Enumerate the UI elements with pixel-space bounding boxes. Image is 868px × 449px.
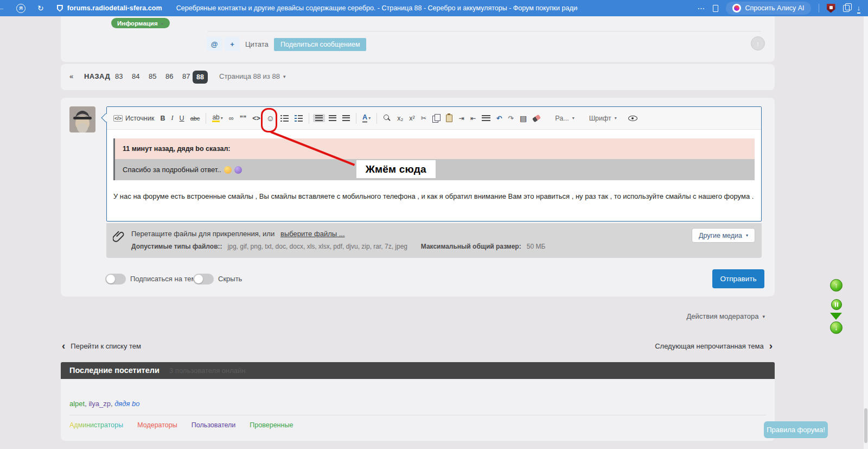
subscript-button[interactable]: x₂: [395, 113, 405, 123]
quote-link[interactable]: Цитата: [245, 40, 269, 48]
visitor-link[interactable]: alpet: [69, 400, 85, 408]
share-post-button[interactable]: Поделиться сообщением: [274, 38, 366, 51]
shield-inner: [58, 6, 62, 11]
browser-menu-icon[interactable]: Я: [16, 4, 25, 13]
text-color-button[interactable]: A ▾: [360, 113, 373, 124]
site-protect-shield-icon[interactable]: [57, 5, 63, 12]
visitor-link[interactable]: дядя bo: [114, 400, 139, 408]
reload-icon[interactable]: ↻: [37, 4, 44, 12]
quote-button[interactable]: ””: [238, 113, 249, 123]
numbered-list-button[interactable]: [292, 114, 305, 123]
page-select-dropdown[interactable]: Страница 88 из 88 ▾: [219, 72, 285, 80]
allowed-types-value: jpg, gif, png, txt, doc, docx, xls, xlsx…: [228, 243, 408, 250]
divider: [69, 415, 766, 415]
visitor-link[interactable]: ilya_zp: [88, 400, 110, 408]
superscript-button[interactable]: x²: [407, 113, 417, 123]
forum-rules-button[interactable]: Правила форума!: [764, 421, 828, 438]
info-dropdown-button[interactable]: Информация ⌄: [111, 18, 170, 28]
rich-text-editor[interactable]: </> Источник B I U abc ab ▾ ∞ ”” <> ☺ Жм…: [106, 106, 762, 222]
visitors-title: Последние посетители: [69, 362, 159, 379]
remove-format-button[interactable]: [531, 115, 542, 122]
scroll-down-widget[interactable]: ↓: [830, 321, 843, 334]
mention-button[interactable]: @: [207, 37, 222, 51]
page-link-85[interactable]: 85: [149, 72, 156, 80]
copy-button[interactable]: [430, 113, 442, 123]
first-page-button[interactable]: «: [69, 72, 73, 80]
legend-moderators[interactable]: Модераторы: [137, 421, 177, 429]
more-options-icon[interactable]: ⋯: [697, 4, 705, 12]
link-button[interactable]: ∞: [227, 113, 236, 123]
font-size-dropdown[interactable]: Ра... ▾: [553, 113, 576, 123]
page-select-label: Страница 88 из 88: [219, 72, 280, 80]
scroll-pause-widget[interactable]: [831, 299, 842, 310]
justify-button[interactable]: [480, 114, 493, 122]
prev-page-button[interactable]: НАЗАД: [84, 72, 110, 80]
online-count: 3 пользователя онлайн: [169, 362, 245, 379]
justify-icon: [482, 115, 490, 121]
go-to-topic-list-link[interactable]: ‹ Перейти к списку тем: [62, 342, 141, 350]
preview-button[interactable]: [381, 113, 393, 123]
legend-verified[interactable]: Проверенные: [250, 421, 293, 429]
collections-icon[interactable]: [843, 5, 850, 12]
submit-reply-button[interactable]: Отправить: [712, 269, 764, 288]
source-button[interactable]: </> Источник: [111, 113, 156, 123]
align-center-button[interactable]: [327, 114, 339, 122]
font-size-label: Ра...: [555, 115, 569, 122]
highlight-button[interactable]: ab ▾: [210, 113, 225, 123]
attachment-dropzone[interactable]: Перетащите файлы для прикрепления, или в…: [106, 223, 762, 258]
align-left-button[interactable]: [313, 114, 325, 122]
indent-button[interactable]: ⇥: [456, 113, 466, 123]
redo-button[interactable]: ↷: [506, 113, 516, 123]
toolbar-divider: [819, 4, 819, 12]
group-legend: Администраторы Модераторы Пользователи П…: [69, 421, 293, 429]
drag-text: Перетащите файлы для прикрепления, или: [131, 230, 275, 238]
paste-button[interactable]: [444, 113, 455, 123]
alice-ai-button[interactable]: Спросить Алису AI: [726, 2, 810, 15]
outdent-button[interactable]: ⇤: [468, 113, 478, 123]
legend-users[interactable]: Пользователи: [192, 421, 236, 429]
preview-eye-icon[interactable]: [628, 116, 637, 121]
address-bar-url[interactable]: forums.radiodetali-sfera.com: [67, 4, 162, 12]
undo-button[interactable]: ↶: [494, 113, 504, 123]
next-unread-topic-link[interactable]: Следующая непрочитанная тема ›: [655, 342, 773, 350]
other-media-button[interactable]: Другие медиа ▾: [692, 228, 755, 243]
underline-button[interactable]: U: [177, 113, 187, 123]
download-icon[interactable]: ↓: [857, 4, 861, 13]
choose-files-link[interactable]: выберите файлы ...: [280, 230, 345, 238]
emoticon-button[interactable]: ☺ Жмём сюда: [264, 112, 277, 124]
hide-toggle[interactable]: [193, 274, 214, 284]
hide-toggle-label: Скрыть: [218, 274, 242, 284]
font-family-dropdown[interactable]: Шрифт ▾: [587, 113, 619, 123]
spacer: [277, 230, 279, 238]
chevron-left-icon: ‹: [62, 342, 65, 350]
scroll-jump-widget[interactable]: [830, 313, 842, 320]
align-right-icon: [342, 115, 350, 121]
scroll-top-button[interactable]: ↑: [751, 36, 765, 50]
page-link-87[interactable]: 87: [182, 72, 190, 80]
adblock-mark: [829, 6, 833, 9]
bold-button[interactable]: B: [158, 113, 167, 123]
table-button[interactable]: ▤: [518, 113, 529, 124]
align-right-button[interactable]: [340, 114, 352, 122]
scrollbar-thumb[interactable]: [864, 408, 867, 443]
italic-button[interactable]: I: [169, 113, 175, 123]
bookmark-icon[interactable]: [713, 5, 718, 12]
page-link-84[interactable]: 84: [132, 72, 139, 80]
back-icon[interactable]: ←: [0, 3, 5, 12]
adblock-shield-icon[interactable]: [827, 4, 835, 13]
page-link-86[interactable]: 86: [165, 72, 173, 80]
bullet-list-button[interactable]: [278, 114, 291, 123]
multiquote-button[interactable]: +: [225, 37, 240, 51]
subscribe-toggle[interactable]: [105, 274, 126, 284]
legend-administrators[interactable]: Администраторы: [69, 421, 123, 429]
user-avatar[interactable]: [69, 106, 95, 132]
toolbar-separator: [376, 113, 377, 124]
page-link-83[interactable]: 83: [115, 72, 123, 80]
current-page-badge[interactable]: 88: [193, 71, 208, 84]
moderator-actions-dropdown[interactable]: Действия модератора ▾: [687, 312, 765, 320]
toolbar-separator: [309, 113, 309, 124]
scroll-up-widget[interactable]: ↑: [830, 279, 843, 292]
cut-button[interactable]: ✂: [419, 113, 429, 123]
bullet-list-icon: [280, 115, 289, 122]
strikethrough-button[interactable]: abc: [188, 114, 202, 123]
